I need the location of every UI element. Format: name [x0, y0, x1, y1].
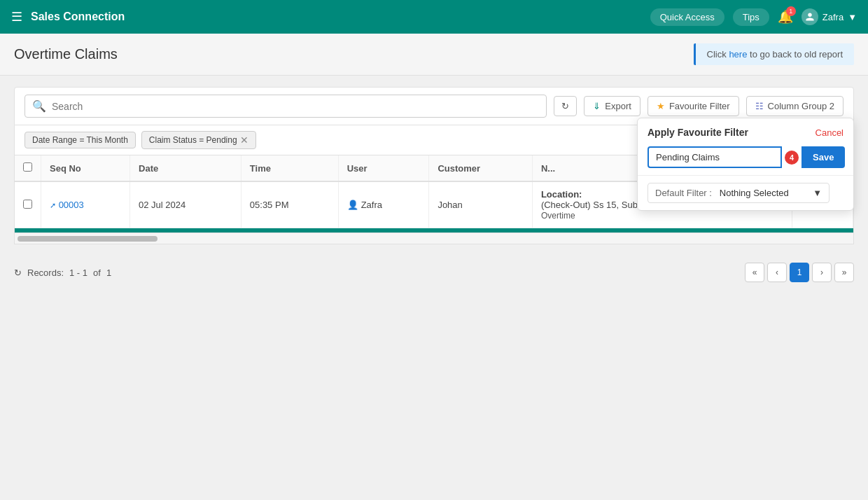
top-nav: ☰ Sales Connection Quick Access Tips 🔔 1… — [0, 0, 868, 34]
link-icon: ➚ — [50, 201, 56, 209]
cell-seq-no: ➚ 00003 — [41, 181, 130, 228]
search-wrap: 🔍 — [24, 95, 547, 118]
star-icon: ★ — [657, 101, 665, 111]
fav-name-input[interactable] — [648, 146, 782, 168]
col-user: User — [338, 155, 429, 181]
search-icon: 🔍 — [32, 99, 46, 113]
date-range-filter-tag: Date Range = This Month — [24, 132, 136, 148]
pagination-buttons: « ‹ 1 › » — [745, 263, 854, 282]
default-filter-select[interactable]: Default Filter : Nothing Selected ▼ — [648, 183, 830, 203]
col-customer: Customer — [429, 155, 533, 181]
cell-date: 02 Jul 2024 — [130, 181, 241, 228]
row-checkbox-cell — [15, 181, 41, 228]
pagination-bar: ↻ Records: 1 - 1 of 1 « ‹ 1 › » — [0, 256, 868, 289]
records-label: Records: — [27, 268, 64, 278]
export-icon: ⇓ — [593, 101, 601, 111]
first-page-button[interactable]: « — [745, 263, 764, 282]
remove-claim-status-icon[interactable]: ✕ — [240, 134, 248, 146]
row-checkbox[interactable] — [23, 200, 32, 209]
hamburger-icon[interactable]: ☰ — [11, 9, 22, 25]
info-link[interactable]: here — [729, 49, 747, 60]
main-content: 🔍 ↻ ⇓ Export ★ Favourite Filter ☷ Column… — [0, 76, 868, 256]
bell-container: 🔔 1 — [778, 9, 793, 25]
fav-popup-container: Apply Favourite Filter Cancel 4 Save Def… — [637, 118, 854, 211]
app-title: Sales Connection — [31, 11, 125, 23]
column-group-button[interactable]: ☷ Column Group 2 — [746, 96, 844, 116]
columns-icon: ☷ — [755, 101, 764, 111]
quick-access-button[interactable]: Quick Access — [650, 8, 724, 26]
fav-filter-row: Default Filter : Nothing Selected ▼ — [638, 176, 853, 210]
fav-popup-header: Apply Favourite Filter Cancel — [638, 118, 853, 144]
fav-input-row: 4 Save — [638, 144, 853, 175]
fav-cancel-button[interactable]: Cancel — [816, 127, 844, 138]
page-1-button[interactable]: 1 — [790, 263, 809, 282]
col-time: Time — [241, 155, 338, 181]
export-button[interactable]: ⇓ Export — [584, 96, 640, 116]
filter-tags: Date Range = This Month Claim Status = P… — [24, 131, 256, 149]
teal-accent-bar — [15, 228, 853, 232]
claim-status-filter-tag: Claim Status = Pending ✕ — [141, 131, 256, 149]
next-page-button[interactable]: › — [812, 263, 832, 282]
user-menu[interactable]: Zafra ▼ — [802, 8, 857, 25]
fav-filter-popup: Apply Favourite Filter Cancel 4 Save Def… — [637, 118, 854, 211]
tips-button[interactable]: Tips — [733, 8, 769, 26]
cell-customer: Johan — [429, 181, 533, 228]
dropdown-chevron-icon: ▼ — [813, 188, 822, 198]
info-banner: Click here to go back to old report — [694, 43, 854, 65]
refresh-button[interactable]: ↻ — [554, 96, 577, 116]
fav-save-button[interactable]: Save — [802, 146, 845, 168]
cell-time: 05:35 PM — [241, 181, 338, 228]
fav-popup-title: Apply Favourite Filter — [648, 127, 748, 138]
horizontal-scroll[interactable] — [14, 233, 854, 244]
last-page-button[interactable]: » — [834, 263, 854, 282]
select-all-checkbox[interactable] — [23, 162, 32, 172]
prev-page-button[interactable]: ‹ — [767, 263, 787, 282]
col-seq-no: Seq No — [41, 155, 130, 181]
cell-user: 👤Zafra — [338, 181, 429, 228]
scroll-thumb — [18, 236, 158, 242]
avatar — [802, 8, 818, 25]
refresh-icon: ↻ — [561, 101, 569, 111]
records-total: 1 — [106, 268, 111, 278]
user-name: Zafra — [822, 12, 844, 22]
records-of: of — [93, 268, 101, 278]
page-title: Overtime Claims — [14, 46, 118, 62]
page-header: Overtime Claims Click here to go back to… — [0, 34, 868, 76]
favourite-filter-button[interactable]: ★ Favourite Filter — [648, 96, 739, 116]
search-input[interactable] — [52, 101, 539, 112]
records-range: 1 - 1 — [69, 268, 88, 278]
seq-no-link[interactable]: 00003 — [59, 200, 84, 210]
step-badge: 4 — [785, 151, 799, 165]
refresh-records-icon[interactable]: ↻ — [14, 268, 22, 278]
col-date: Date — [130, 155, 241, 181]
bell-badge: 1 — [786, 6, 796, 16]
records-info: ↻ Records: 1 - 1 of 1 — [14, 268, 111, 278]
user-icon: 👤 — [347, 200, 358, 210]
chevron-down-icon: ▼ — [848, 12, 857, 22]
col-checkbox — [15, 155, 41, 181]
